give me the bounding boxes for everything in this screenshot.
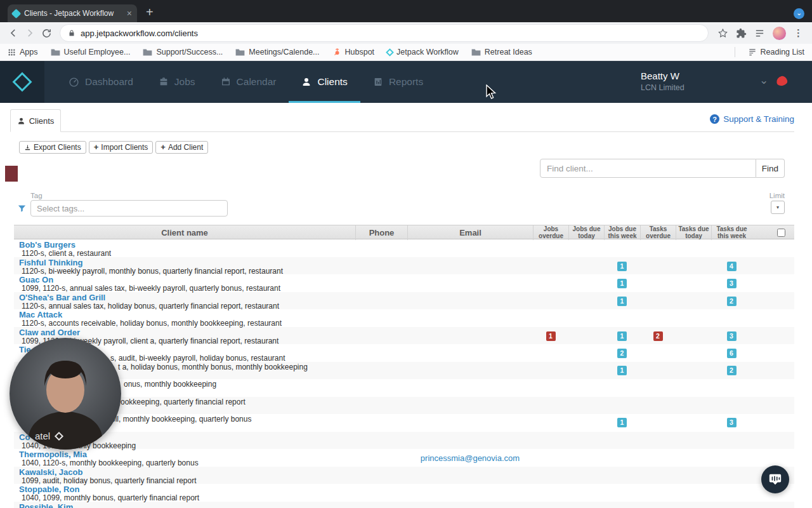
- chrome-menu-icon[interactable]: ⋮: [794, 27, 803, 39]
- filter-funnel-icon[interactable]: [17, 204, 27, 213]
- client-name-link[interactable]: Claw and Order: [19, 328, 355, 337]
- tab-clients[interactable]: Clients: [10, 109, 61, 132]
- folder-icon: [471, 48, 481, 57]
- jobs-overdue-cell: [533, 362, 568, 380]
- client-name-link[interactable]: Mac Attack: [19, 311, 355, 319]
- column-header-jobs-overdue[interactable]: Jobs overdue: [533, 225, 568, 240]
- bookmark-folder-useful-employee[interactable]: Useful Employee...: [51, 48, 131, 57]
- select-all-checkbox[interactable]: [777, 229, 785, 237]
- export-download-icon: [24, 144, 31, 151]
- email-cell: [407, 362, 533, 380]
- bookmark-hubspot[interactable]: Hubspot: [332, 48, 375, 57]
- row-checkbox-cell: [752, 379, 794, 397]
- browser-tab[interactable]: Clients - Jetpack Workflow ×: [8, 4, 137, 22]
- import-clients-button[interactable]: + Import Clients: [89, 141, 154, 154]
- phone-cell: [355, 449, 407, 467]
- row-checkbox-cell: [752, 239, 794, 258]
- bookmark-folder-retreat-ideas[interactable]: Retreat Ideas: [471, 48, 532, 57]
- tasks-overdue-cell: [640, 257, 676, 276]
- table-row: Claw and Order1099, 1120-s, bi-weekly pa…: [14, 327, 794, 345]
- extensions-puzzle-icon[interactable]: [736, 28, 747, 39]
- column-header-tasks-due-today[interactable]: Tasks due today: [676, 225, 711, 240]
- back-button[interactable]: [5, 25, 22, 41]
- phone-cell: [355, 239, 407, 258]
- tasks-overdue-cell: [640, 397, 676, 415]
- column-header-client-name[interactable]: Client name: [14, 228, 355, 237]
- new-tab-button[interactable]: +: [146, 6, 154, 18]
- dashboard-icon: [69, 77, 79, 88]
- find-button[interactable]: Find: [756, 159, 785, 178]
- nav-jobs[interactable]: Jobs: [146, 61, 208, 103]
- forward-button[interactable]: [22, 25, 38, 41]
- tab-close-icon[interactable]: ×: [127, 9, 132, 18]
- limit-label: Limit: [769, 192, 785, 199]
- client-name-link[interactable]: Bob's Burgers: [19, 241, 355, 250]
- client-search: Find: [540, 159, 785, 178]
- address-bar[interactable]: app.jetpackworkflow.com/clients: [60, 24, 709, 42]
- user-name: Beatty W: [641, 70, 684, 81]
- column-header-jobs-due-this-week[interactable]: Jobs due this week: [604, 225, 640, 240]
- client-name-link[interactable]: Kawalski, Jacob: [19, 468, 355, 477]
- app-logo[interactable]: [0, 61, 44, 103]
- apps-shortcut[interactable]: Apps: [8, 48, 38, 57]
- person-icon: [301, 77, 311, 87]
- client-tags: onus, monthly bookkeeping: [121, 380, 355, 389]
- support-training-link[interactable]: ? Support & Training: [710, 114, 794, 124]
- reading-list-button[interactable]: Reading List: [748, 48, 805, 57]
- client-name-link[interactable]: O'Shea's Bar and Grill: [19, 293, 355, 302]
- jobs-overdue-cell: [533, 467, 568, 485]
- person-icon: [17, 117, 25, 125]
- bookmark-folder-support-success[interactable]: Support/Success...: [143, 48, 223, 57]
- column-header-tasks-overdue[interactable]: Tasks overdue: [640, 225, 676, 240]
- column-header-email[interactable]: Email: [407, 225, 533, 240]
- add-client-button[interactable]: + Add Client: [155, 141, 208, 154]
- jobs-overdue-cell: [533, 309, 568, 328]
- bookmark-jetpack-workflow[interactable]: Jetpack Workflow: [387, 48, 459, 57]
- nav-calendar[interactable]: Calendar: [208, 61, 289, 103]
- folder-icon: [51, 48, 60, 57]
- reload-button[interactable]: [38, 25, 55, 41]
- download-indicator-icon[interactable]: ⌄: [794, 8, 804, 19]
- nav-reports[interactable]: Reports: [360, 61, 436, 103]
- select-tags-input[interactable]: [30, 200, 228, 217]
- table-row: onus, monthly bookkeeping: [14, 379, 794, 397]
- user-menu[interactable]: Beatty W LCN Limited: [641, 70, 684, 92]
- profile-avatar[interactable]: [773, 27, 786, 40]
- row-checkbox-cell: [752, 362, 794, 380]
- jobs-due-today-cell: [568, 344, 604, 363]
- nav-clients[interactable]: Clients: [289, 61, 360, 103]
- email-cell: [407, 414, 533, 432]
- client-name-link[interactable]: Thermopolis, Mia: [19, 450, 355, 459]
- client-tags: ookkeeping, quarterly financial report: [118, 398, 355, 406]
- limit-select[interactable]: ▾: [771, 201, 785, 214]
- column-header-phone[interactable]: Phone: [355, 225, 407, 240]
- client-name-link[interactable]: Guac On: [19, 276, 355, 284]
- phone-cell: [355, 432, 407, 450]
- tasks-due-today-cell: [676, 467, 711, 485]
- nav-dashboard[interactable]: Dashboard: [56, 61, 146, 103]
- client-name-link[interactable]: Stoppable, Ron: [19, 485, 355, 494]
- column-header-tasks-due-this-week[interactable]: Tasks due this week: [711, 225, 752, 240]
- intercom-launcher[interactable]: [761, 465, 789, 493]
- table-row: ookkeeping, quarterly financial report: [14, 397, 794, 415]
- tasks-due-today-cell: [676, 414, 711, 432]
- bookmark-star-icon[interactable]: [717, 28, 728, 39]
- client-name-link[interactable]: Possible, Kim: [19, 503, 355, 508]
- tasks-due-this-week-cell: 4: [711, 257, 752, 276]
- bookmark-folder-meetings-calendar[interactable]: Meetings/Calende...: [235, 48, 319, 57]
- column-header-jobs-due-today[interactable]: Jobs due today: [568, 225, 604, 240]
- tasks-overdue-cell: [640, 414, 676, 432]
- find-client-input[interactable]: [540, 159, 756, 178]
- client-name-link[interactable]: Fishful Thinking: [19, 258, 355, 267]
- user-org: LCN Limited: [641, 83, 684, 92]
- notification-icon[interactable]: [776, 75, 789, 86]
- tasks-overdue-cell: [640, 467, 676, 485]
- client-email-link[interactable]: princessmia@genovia.com: [421, 453, 520, 463]
- email-cell: [407, 327, 533, 345]
- reading-list-toolbar-icon[interactable]: [754, 28, 765, 39]
- row-checkbox-cell: [752, 292, 794, 311]
- user-menu-chevron-icon[interactable]: ⌄: [759, 74, 768, 87]
- jobs-due-this-week-badge: 1: [617, 279, 627, 288]
- tasks-due-today-cell: [676, 292, 711, 311]
- export-clients-button[interactable]: Export Clients: [19, 141, 86, 154]
